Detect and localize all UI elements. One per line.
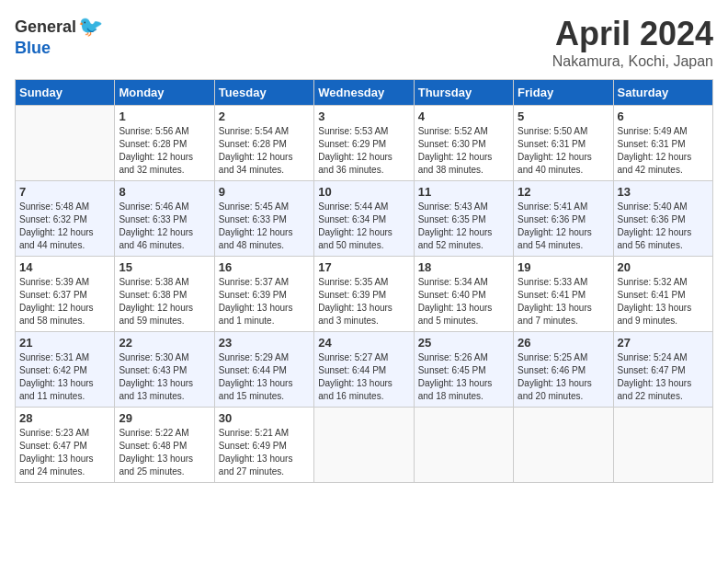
column-header-sunday: Sunday — [16, 80, 115, 106]
column-header-saturday: Saturday — [613, 80, 712, 106]
day-info: Sunrise: 5:30 AM Sunset: 6:43 PM Dayligh… — [119, 351, 210, 403]
day-info: Sunrise: 5:34 AM Sunset: 6:40 PM Dayligh… — [418, 276, 509, 327]
calendar-cell: 6Sunrise: 5:49 AM Sunset: 6:31 PM Daylig… — [613, 106, 712, 181]
calendar-cell: 24Sunrise: 5:27 AM Sunset: 6:44 PM Dayli… — [314, 332, 414, 408]
calendar-cell: 11Sunrise: 5:43 AM Sunset: 6:35 PM Dayli… — [414, 181, 513, 257]
calendar-cell: 14Sunrise: 5:39 AM Sunset: 6:37 PM Dayli… — [16, 257, 115, 332]
day-info: Sunrise: 5:26 AM Sunset: 6:45 PM Dayligh… — [418, 351, 509, 403]
day-info: Sunrise: 5:48 AM Sunset: 6:32 PM Dayligh… — [19, 201, 110, 252]
day-info: Sunrise: 5:32 AM Sunset: 6:41 PM Dayligh… — [618, 276, 709, 327]
logo: General 🐦 Blue — [15, 15, 103, 58]
day-info: Sunrise: 5:41 AM Sunset: 6:36 PM Dayligh… — [518, 201, 609, 252]
calendar-cell: 10Sunrise: 5:44 AM Sunset: 6:34 PM Dayli… — [314, 181, 414, 257]
day-number: 5 — [518, 109, 609, 123]
day-number: 23 — [219, 336, 310, 350]
day-number: 28 — [19, 411, 110, 425]
day-number: 10 — [318, 185, 409, 199]
calendar-header-row: SundayMondayTuesdayWednesdayThursdayFrid… — [16, 80, 713, 106]
day-number: 29 — [119, 411, 210, 425]
day-info: Sunrise: 5:29 AM Sunset: 6:44 PM Dayligh… — [219, 351, 310, 403]
day-number: 18 — [418, 260, 509, 274]
day-info: Sunrise: 5:21 AM Sunset: 6:49 PM Dayligh… — [219, 427, 310, 478]
calendar-week-5: 28Sunrise: 5:23 AM Sunset: 6:47 PM Dayli… — [16, 408, 713, 483]
day-info: Sunrise: 5:33 AM Sunset: 6:41 PM Dayligh… — [518, 276, 609, 327]
day-number: 16 — [219, 260, 310, 274]
calendar-cell: 16Sunrise: 5:37 AM Sunset: 6:39 PM Dayli… — [214, 257, 313, 332]
day-number: 20 — [618, 260, 709, 274]
day-number: 1 — [119, 109, 210, 123]
calendar-cell: 3Sunrise: 5:53 AM Sunset: 6:29 PM Daylig… — [314, 106, 414, 181]
calendar-cell: 13Sunrise: 5:40 AM Sunset: 6:36 PM Dayli… — [613, 181, 712, 257]
calendar-cell — [314, 408, 414, 483]
day-info: Sunrise: 5:37 AM Sunset: 6:39 PM Dayligh… — [219, 276, 310, 327]
day-info: Sunrise: 5:54 AM Sunset: 6:28 PM Dayligh… — [219, 125, 310, 177]
title-area: April 2024 Nakamura, Kochi, Japan — [552, 15, 713, 70]
calendar-cell — [613, 408, 712, 483]
day-number: 6 — [618, 109, 709, 123]
calendar-cell: 28Sunrise: 5:23 AM Sunset: 6:47 PM Dayli… — [16, 408, 115, 483]
calendar-cell: 8Sunrise: 5:46 AM Sunset: 6:33 PM Daylig… — [115, 181, 214, 257]
calendar-cell: 25Sunrise: 5:26 AM Sunset: 6:45 PM Dayli… — [414, 332, 513, 408]
day-number: 21 — [19, 336, 110, 350]
day-number: 17 — [318, 260, 409, 274]
calendar-cell: 27Sunrise: 5:24 AM Sunset: 6:47 PM Dayli… — [613, 332, 712, 408]
day-number: 11 — [418, 185, 509, 199]
calendar-cell: 18Sunrise: 5:34 AM Sunset: 6:40 PM Dayli… — [414, 257, 513, 332]
calendar-cell — [514, 408, 613, 483]
calendar-cell: 19Sunrise: 5:33 AM Sunset: 6:41 PM Dayli… — [514, 257, 613, 332]
day-number: 13 — [618, 185, 709, 199]
day-info: Sunrise: 5:52 AM Sunset: 6:30 PM Dayligh… — [418, 125, 509, 177]
calendar-week-2: 7Sunrise: 5:48 AM Sunset: 6:32 PM Daylig… — [16, 181, 713, 257]
calendar-cell: 4Sunrise: 5:52 AM Sunset: 6:30 PM Daylig… — [414, 106, 513, 181]
calendar-cell: 5Sunrise: 5:50 AM Sunset: 6:31 PM Daylig… — [514, 106, 613, 181]
calendar-cell: 1Sunrise: 5:56 AM Sunset: 6:28 PM Daylig… — [115, 106, 214, 181]
day-number: 19 — [518, 260, 609, 274]
day-info: Sunrise: 5:46 AM Sunset: 6:33 PM Dayligh… — [119, 201, 210, 252]
calendar-week-4: 21Sunrise: 5:31 AM Sunset: 6:42 PM Dayli… — [16, 332, 713, 408]
calendar-cell — [16, 106, 115, 181]
day-info: Sunrise: 5:49 AM Sunset: 6:31 PM Dayligh… — [618, 125, 709, 177]
day-number: 8 — [119, 185, 210, 199]
logo-bird-icon: 🐦 — [78, 15, 103, 39]
day-info: Sunrise: 5:43 AM Sunset: 6:35 PM Dayligh… — [418, 201, 509, 252]
calendar-week-1: 1Sunrise: 5:56 AM Sunset: 6:28 PM Daylig… — [16, 106, 713, 181]
calendar-title: April 2024 — [552, 15, 713, 53]
day-info: Sunrise: 5:27 AM Sunset: 6:44 PM Dayligh… — [318, 351, 409, 403]
calendar-cell — [414, 408, 513, 483]
calendar-cell: 23Sunrise: 5:29 AM Sunset: 6:44 PM Dayli… — [214, 332, 313, 408]
day-number: 22 — [119, 336, 210, 350]
day-number: 4 — [418, 109, 509, 123]
calendar-cell: 9Sunrise: 5:45 AM Sunset: 6:33 PM Daylig… — [214, 181, 313, 257]
column-header-wednesday: Wednesday — [314, 80, 414, 106]
calendar-cell: 15Sunrise: 5:38 AM Sunset: 6:38 PM Dayli… — [115, 257, 214, 332]
column-header-monday: Monday — [115, 80, 214, 106]
day-number: 30 — [219, 411, 310, 425]
day-info: Sunrise: 5:56 AM Sunset: 6:28 PM Dayligh… — [119, 125, 210, 177]
calendar-week-3: 14Sunrise: 5:39 AM Sunset: 6:37 PM Dayli… — [16, 257, 713, 332]
calendar-cell: 12Sunrise: 5:41 AM Sunset: 6:36 PM Dayli… — [514, 181, 613, 257]
day-info: Sunrise: 5:38 AM Sunset: 6:38 PM Dayligh… — [119, 276, 210, 327]
day-number: 26 — [518, 336, 609, 350]
column-header-friday: Friday — [514, 80, 613, 106]
day-info: Sunrise: 5:53 AM Sunset: 6:29 PM Dayligh… — [318, 125, 409, 177]
day-info: Sunrise: 5:24 AM Sunset: 6:47 PM Dayligh… — [618, 351, 709, 403]
logo-blue: Blue — [15, 39, 51, 58]
logo-general: General — [15, 17, 76, 37]
calendar-cell: 20Sunrise: 5:32 AM Sunset: 6:41 PM Dayli… — [613, 257, 712, 332]
calendar-cell: 22Sunrise: 5:30 AM Sunset: 6:43 PM Dayli… — [115, 332, 214, 408]
day-info: Sunrise: 5:40 AM Sunset: 6:36 PM Dayligh… — [618, 201, 709, 252]
day-number: 3 — [318, 109, 409, 123]
calendar-cell: 21Sunrise: 5:31 AM Sunset: 6:42 PM Dayli… — [16, 332, 115, 408]
day-info: Sunrise: 5:22 AM Sunset: 6:48 PM Dayligh… — [119, 427, 210, 478]
day-number: 27 — [618, 336, 709, 350]
calendar-cell: 26Sunrise: 5:25 AM Sunset: 6:46 PM Dayli… — [514, 332, 613, 408]
day-info: Sunrise: 5:25 AM Sunset: 6:46 PM Dayligh… — [518, 351, 609, 403]
day-number: 24 — [318, 336, 409, 350]
calendar-cell: 30Sunrise: 5:21 AM Sunset: 6:49 PM Dayli… — [214, 408, 313, 483]
column-header-tuesday: Tuesday — [214, 80, 313, 106]
header: General 🐦 Blue April 2024 Nakamura, Koch… — [15, 15, 713, 70]
day-number: 2 — [219, 109, 310, 123]
day-info: Sunrise: 5:35 AM Sunset: 6:39 PM Dayligh… — [318, 276, 409, 327]
day-number: 15 — [119, 260, 210, 274]
calendar-table: SundayMondayTuesdayWednesdayThursdayFrid… — [15, 79, 713, 483]
